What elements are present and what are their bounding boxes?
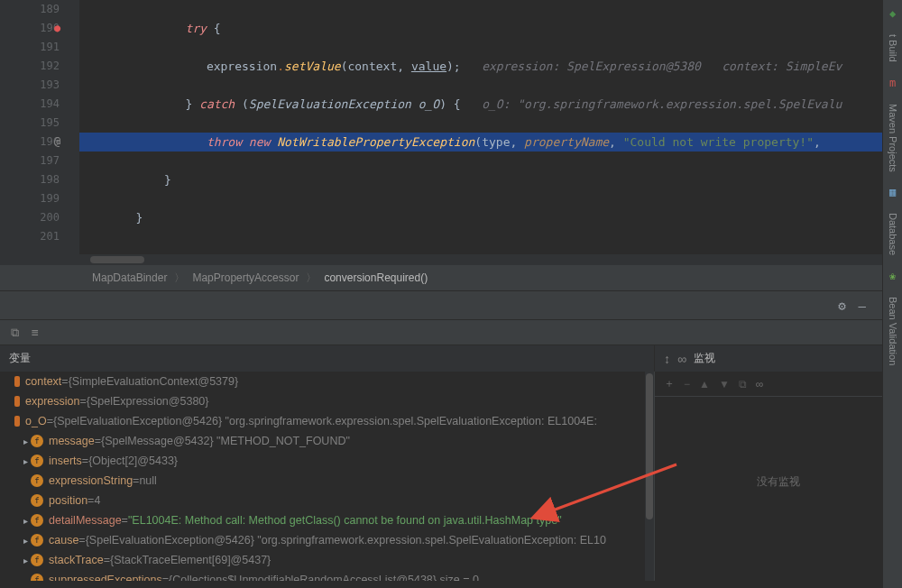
equals-sign: = [61, 375, 68, 388]
up-icon[interactable]: ▲ [699, 378, 710, 390]
variable-name: message [49, 435, 95, 447]
field-icon: f [31, 514, 43, 527]
debug-body: context = {SimpleEvaluationContext@5379}… [0, 372, 902, 581]
equals-sign: = [47, 415, 53, 427]
variable-row[interactable]: expression = {SpelExpression@5380} [0, 391, 654, 411]
field-bar-icon [14, 396, 20, 407]
equals-sign: = [82, 455, 88, 467]
add-watch-icon[interactable]: ＋ [664, 376, 675, 391]
variable-value: {StackTraceElement[69]@5437} [110, 554, 271, 566]
field-icon: f [31, 455, 43, 467]
down-icon[interactable]: ▼ [719, 378, 730, 390]
variable-row[interactable]: fexpressionString = null [0, 471, 654, 491]
field-icon: f [31, 574, 43, 581]
line-number: 189 [0, 0, 60, 19]
field-icon: f [31, 554, 43, 566]
expand-arrow-icon[interactable]: ▸ [20, 536, 31, 546]
variable-name: expression [25, 395, 79, 408]
field-icon: f [31, 494, 43, 507]
watches-toolbar: ＋ − ▲ ▼ ⧉ ∞ [655, 372, 902, 397]
variable-row[interactable]: fposition = 4 [0, 491, 654, 510]
restore-layout-icon[interactable]: ⧉ [11, 326, 19, 340]
variable-value: {SpelMessage@5432} "METHOD_NOT_FOUND" [101, 435, 350, 447]
debug-toolbar: ⚙ — [0, 290, 902, 319]
horizontal-scrollbar[interactable] [0, 254, 902, 265]
variable-name: expressionString [49, 474, 133, 487]
equals-sign: = [79, 395, 86, 408]
variable-row[interactable]: ▸finserts = {Object[2]@5433} [0, 451, 654, 471]
editor-area: 189 190● 191 192 193 194 195 196@ 197 19… [0, 0, 902, 254]
variable-value: {SimpleEvaluationContext@5379} [69, 375, 239, 388]
scrollbar-thumb[interactable] [646, 373, 653, 519]
breadcrumb-item[interactable]: MapDataBinder [88, 271, 170, 284]
gear-icon[interactable]: ⚙ [838, 299, 845, 313]
equals-sign: = [87, 494, 94, 507]
gutter: 189 190● 191 192 193 194 195 196@ 197 19… [0, 0, 79, 254]
vertical-scrollbar[interactable] [645, 372, 654, 581]
variable-name: cause [49, 534, 78, 547]
database-icon[interactable]: ▦ [889, 186, 896, 198]
dock-bean-label[interactable]: Bean Validation [888, 297, 898, 365]
variable-row[interactable]: ▸fcause = {SpelEvaluationException@5426}… [0, 530, 654, 550]
glasses-icon: ∞ [677, 352, 686, 366]
copy-icon[interactable]: ⧉ [739, 378, 747, 390]
variables-title: 变量 [0, 345, 654, 372]
frames-icon[interactable]: ≡ [32, 326, 39, 339]
build-icon[interactable]: ◆ [889, 7, 896, 20]
chevron-right-icon: 〉 [170, 271, 189, 286]
variable-row[interactable]: fsuppressedExceptions = {Collections$Unm… [0, 570, 654, 581]
chevron-right-icon: 〉 [302, 271, 320, 286]
breakpoint-icon[interactable]: ● [54, 19, 60, 38]
glasses-icon[interactable]: ∞ [756, 378, 764, 390]
line-number: 200 [0, 208, 60, 227]
override-icon[interactable]: @ [54, 133, 60, 152]
variable-name: stackTrace [49, 554, 104, 566]
variable-row[interactable]: ▸fstackTrace = {StackTraceElement[69]@54… [0, 550, 654, 570]
field-icon: f [31, 474, 43, 487]
variable-row[interactable]: ▸fdetailMessage = "EL1004E: Method call:… [0, 510, 654, 530]
watches-pane[interactable]: ＋ − ▲ ▼ ⧉ ∞ 没有监视 [654, 372, 902, 581]
minimize-icon[interactable]: — [859, 299, 866, 313]
line-number: 196@ [0, 133, 60, 152]
variable-value: {SpelEvaluationException@5426} "org.spri… [86, 534, 606, 547]
line-number: 197 [0, 152, 60, 170]
debug-frame-tabs: ⧉ ≡ [0, 319, 902, 345]
debug-header-row: 变量 ↕ ∞ 监视 [0, 345, 902, 372]
line-number: 193 [0, 76, 60, 95]
variable-name: inserts [49, 455, 82, 467]
right-tool-dock: ◆ t Build m Maven Projects ▦ Database ❀ … [882, 0, 902, 588]
equals-sign: = [162, 574, 169, 581]
expand-arrow-icon[interactable]: ▸ [20, 556, 31, 565]
variable-row[interactable]: context = {SimpleEvaluationContext@5379} [0, 372, 654, 391]
remove-watch-icon[interactable]: − [684, 378, 690, 390]
dock-database-label[interactable]: Database [888, 213, 898, 255]
equals-sign: = [122, 514, 128, 527]
bean-icon[interactable]: ❀ [889, 270, 896, 282]
variable-row[interactable]: o_O = {SpelEvaluationException@5426} "or… [0, 411, 654, 431]
variable-value: "EL1004E: Method call: Method getClass()… [128, 514, 562, 527]
variable-value: null [139, 474, 156, 487]
line-number: 198 [0, 170, 60, 189]
variable-value: {Collections$UnmodifiableRandomAccessLis… [169, 574, 479, 581]
breadcrumb-item[interactable]: MapPropertyAccessor [189, 271, 302, 284]
line-number: 195 [0, 114, 60, 133]
field-bar-icon [14, 376, 20, 387]
expand-arrow-icon[interactable]: ▸ [20, 516, 31, 526]
equals-sign: = [104, 554, 110, 566]
variable-name: position [49, 494, 87, 507]
chevron-down-icon[interactable]: ↕ [664, 352, 670, 366]
scrollbar-thumb[interactable] [90, 256, 144, 263]
expand-arrow-icon[interactable]: ▸ [20, 456, 31, 466]
watches-title: ↕ ∞ 监视 [654, 345, 902, 372]
dock-build-label[interactable]: t Build [888, 34, 898, 62]
expand-arrow-icon[interactable]: ▸ [20, 436, 31, 446]
variable-row[interactable]: ▸fmessage = {SpelMessage@5432} "METHOD_N… [0, 431, 654, 451]
field-icon: f [31, 534, 43, 547]
code-editor[interactable]: try { expression.setValue(context, value… [79, 0, 902, 254]
dock-maven-label[interactable]: Maven Projects [888, 104, 898, 172]
breadcrumb-item[interactable]: conversionRequired() [320, 271, 431, 284]
variables-pane[interactable]: context = {SimpleEvaluationContext@5379}… [0, 372, 654, 581]
equals-sign: = [133, 474, 139, 487]
maven-icon[interactable]: m [889, 77, 896, 89]
equals-sign: = [95, 435, 101, 447]
